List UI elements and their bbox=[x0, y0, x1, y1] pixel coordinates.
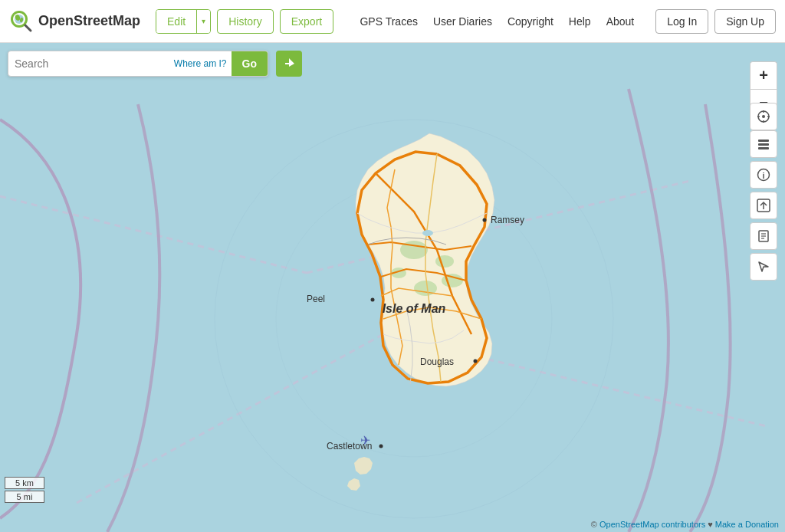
nav-about[interactable]: About bbox=[606, 15, 635, 28]
attribution: © OpenStreetMap contributors ♥ Make a Do… bbox=[591, 520, 779, 529]
scale-bar: 5 km 5 mi bbox=[5, 477, 44, 504]
svg-text:i: i bbox=[762, 171, 764, 180]
login-button[interactable]: Log In bbox=[655, 9, 708, 34]
attribution-prefix: © bbox=[591, 520, 599, 529]
svg-text:Ramsey: Ramsey bbox=[491, 215, 524, 225]
note-icon bbox=[757, 229, 770, 243]
edit-button[interactable]: Edit bbox=[156, 10, 196, 33]
svg-text:Peel: Peel bbox=[307, 294, 325, 304]
export-button[interactable]: Export bbox=[280, 9, 333, 34]
locate-button[interactable] bbox=[750, 103, 777, 130]
svg-point-27 bbox=[474, 360, 478, 363]
osm-link[interactable]: OpenStreetMap contributors bbox=[599, 520, 705, 529]
svg-point-29 bbox=[379, 445, 383, 448]
query-button[interactable] bbox=[750, 253, 777, 281]
nav-gps-traces[interactable]: GPS Traces bbox=[360, 15, 417, 28]
share-icon bbox=[757, 199, 770, 212]
osm-logo-icon bbox=[9, 9, 34, 34]
search-input[interactable] bbox=[8, 57, 169, 70]
map-svg: ✈ Isle of Man Ramsey Peel Douglas Castle… bbox=[0, 43, 785, 532]
attribution-heart: ♥ bbox=[705, 520, 715, 529]
map-controls: i bbox=[750, 130, 777, 281]
query-icon bbox=[757, 260, 770, 274]
locate-icon bbox=[757, 110, 770, 123]
svg-point-15 bbox=[435, 255, 454, 268]
svg-rect-38 bbox=[758, 147, 769, 149]
svg-text:Castletown: Castletown bbox=[327, 441, 372, 452]
svg-marker-6 bbox=[285, 58, 294, 67]
directions-icon bbox=[282, 57, 296, 71]
where-am-i-button[interactable]: Where am I? bbox=[169, 58, 232, 69]
signup-button[interactable]: Sign Up bbox=[714, 9, 776, 34]
scale-mi: 5 mi bbox=[5, 491, 44, 503]
go-button[interactable]: Go bbox=[232, 51, 268, 77]
svg-point-23 bbox=[483, 218, 487, 222]
map[interactable]: ✈ Isle of Man Ramsey Peel Douglas Castle… bbox=[0, 43, 785, 532]
search-bar: Where am I? Go bbox=[8, 51, 268, 77]
note-button[interactable] bbox=[750, 222, 777, 250]
svg-point-31 bbox=[762, 115, 765, 118]
history-button[interactable]: History bbox=[217, 9, 274, 34]
auth-buttons: Log In Sign Up bbox=[655, 9, 776, 34]
svg-rect-37 bbox=[758, 143, 769, 146]
svg-rect-36 bbox=[758, 140, 769, 142]
edit-button-group: Edit ▾ bbox=[156, 9, 211, 34]
layers-icon bbox=[757, 137, 770, 151]
header: OpenStreetMap Edit ▾ History Export GPS … bbox=[0, 0, 785, 43]
directions-button[interactable] bbox=[276, 51, 302, 77]
svg-point-20 bbox=[422, 230, 433, 236]
layers-button[interactable] bbox=[750, 130, 777, 158]
edit-dropdown-button[interactable]: ▾ bbox=[197, 10, 210, 33]
info-button[interactable]: i bbox=[750, 161, 777, 189]
nav-links: GPS Traces User Diaries Copyright Help A… bbox=[360, 15, 634, 28]
svg-line-5 bbox=[25, 25, 31, 31]
svg-point-25 bbox=[371, 298, 375, 302]
svg-text:Douglas: Douglas bbox=[420, 356, 454, 367]
logo-text: OpenStreetMap bbox=[38, 13, 140, 29]
info-icon: i bbox=[757, 168, 770, 182]
nav-help[interactable]: Help bbox=[569, 15, 591, 28]
svg-text:Isle of Man: Isle of Man bbox=[383, 302, 446, 315]
scale-km: 5 km bbox=[5, 477, 44, 489]
nav-user-diaries[interactable]: User Diaries bbox=[433, 15, 492, 28]
share-button[interactable] bbox=[750, 192, 777, 219]
zoom-in-button[interactable]: + bbox=[750, 61, 777, 89]
donation-link[interactable]: Make a Donation bbox=[715, 520, 779, 529]
logo[interactable]: OpenStreetMap bbox=[9, 9, 140, 34]
nav-copyright[interactable]: Copyright bbox=[507, 15, 553, 28]
